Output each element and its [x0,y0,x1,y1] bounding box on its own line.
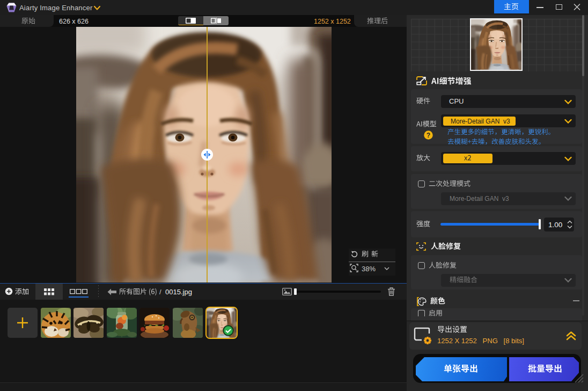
svg-text:?: ? [427,132,430,139]
